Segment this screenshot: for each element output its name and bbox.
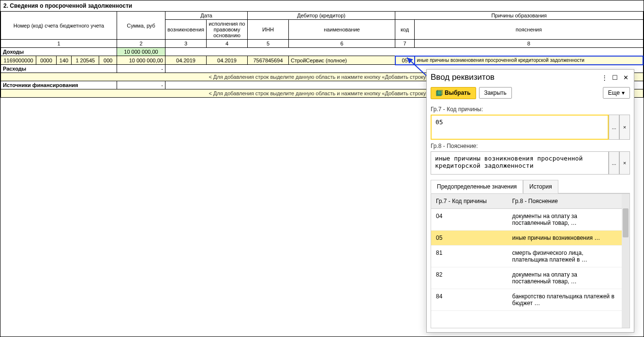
grid-desc: документы на оплату за поставленный това… [508,208,622,230]
field2-label: Гр.8 - Пояснение: [431,143,630,149]
field2-wrap: иные причины возникновения просроченной … [431,151,630,175]
header-date-group: Дата [165,12,248,20]
close-button[interactable]: Закрыть [479,87,512,99]
header-inn: ИНН [248,20,289,40]
grid-row[interactable]: 04 документы на оплату за поставленный т… [431,208,622,230]
field1-lookup-button[interactable]: ... [609,115,619,140]
more-button[interactable]: Еще ▾ [603,87,630,99]
main-container: 2. Сведения о просроченной задолженности… [0,0,644,337]
grid-row[interactable]: 82 документы на оплату за поставленный т… [431,267,622,289]
cell-acct3[interactable]: 140 [56,56,71,65]
dialog-titlebar: Ввод реквизитов ⋮ ☐ ✕ [427,70,634,85]
header-acct: Номер (код) счета бюджетного учета [1,12,117,40]
header-debtor-group: Дебитор (кредитор) [248,12,395,20]
header-n5: 5 [248,40,289,48]
dialog-title: Ввод реквизитов [431,73,598,82]
more-options-icon[interactable]: ⋮ [600,73,609,82]
grid-code: 82 [431,267,508,289]
header-reason-group: Причины образования [395,12,644,20]
values-grid[interactable]: Гр.7 - Код причины Гр.8 - Пояснение 04 д… [431,194,622,328]
cell-acct5[interactable]: 000 [99,56,117,65]
header-n3: 3 [165,40,207,48]
grid-col-desc[interactable]: Гр.8 - Пояснение [508,194,622,209]
header-n6: 6 [289,40,395,48]
cell-acct4[interactable]: 1 20545 [72,56,99,65]
section-title: 2. Сведения о просроченной задолженности [0,0,644,11]
header-n8: 8 [415,40,644,48]
cell-acct1[interactable]: 1169000000 [1,56,36,65]
close-icon[interactable]: ✕ [621,73,630,82]
cell-date1[interactable]: 04.2019 [165,56,207,65]
dialog-toolbar: Выбрать Закрыть Еще ▾ [427,85,634,103]
maximize-icon[interactable]: ☐ [611,73,619,82]
expense-label: Расходы [1,65,117,73]
explanation-input[interactable]: иные причины возникновения просроченной … [431,151,609,175]
cell-date2[interactable]: 04.2019 [207,56,248,65]
income-label: Доходы [1,48,117,56]
header-n4: 4 [207,40,248,48]
header-date-origin: возникновения [165,20,207,40]
select-button[interactable]: Выбрать [431,87,476,99]
grid-desc: смерть физического лица, плательщика пла… [508,245,622,267]
field1-label: Гр.7 - Код причины: [431,106,630,113]
scrollbar-thumb[interactable] [623,208,629,237]
income-total: 10 000 000,00 [117,48,165,56]
grid-desc: банкротство плательщика платежей в бюдже… [508,289,622,310]
grid-scrollbar[interactable] [622,194,629,328]
select-icon [436,90,443,97]
field1-clear-button[interactable]: × [619,115,630,140]
grid-code: 84 [431,289,508,310]
cell-code[interactable]: 05 [395,56,415,65]
tab-history[interactable]: История [523,180,558,193]
header-date-exec: исполнения по правовому основанию [207,20,248,40]
expense-total: - [117,65,165,73]
grid-code: 04 [431,208,508,230]
header-explain: пояснения [415,20,644,40]
sources-total: - [117,81,165,89]
row-income[interactable]: Доходы 10 000 000,00 [1,48,644,56]
cell-acct2[interactable]: 0000 [36,56,57,65]
field2-lookup-button[interactable]: ... [609,151,619,175]
dialog-requisites: Ввод реквизитов ⋮ ☐ ✕ Выбрать Закрыть Ещ… [426,69,634,333]
header-sum: Сумма, руб [117,12,165,40]
tab-predefined[interactable]: Предопределенные значения [431,180,523,193]
grid-row[interactable]: 05 иные причины возникновения … [431,230,622,245]
header-n1: 1 [1,40,117,48]
header-row-1: Номер (код) счета бюджетного учета Сумма… [1,12,644,20]
cell-sum[interactable]: 10 000 000,00 [117,56,165,65]
grid-header: Гр.7 - Код причины Гр.8 - Пояснение [431,194,622,209]
sources-label: Источники финансирования [1,81,117,89]
grid-wrap: Гр.7 - Код причины Гр.8 - Пояснение 04 д… [431,193,630,328]
data-row[interactable]: 1169000000 0000 140 1 20545 000 10 000 0… [1,56,644,65]
cell-explain[interactable]: иные причины возникновения просроченной … [415,56,644,65]
tabs: Предопределенные значения История [431,179,630,193]
header-n2: 2 [117,40,165,48]
cell-inn[interactable]: 7567845694 [248,56,289,65]
header-code: код [395,20,415,40]
header-debtor-name: наименование [289,20,395,40]
grid-col-code[interactable]: Гр.7 - Код причины [431,194,508,209]
field1-wrap: 05 ... × [431,115,630,140]
grid-desc: документы на оплату за поставленный това… [508,267,622,289]
header-n7: 7 [395,40,415,48]
grid-row[interactable]: 84 банкротство плательщика платежей в бю… [431,289,622,310]
cell-debtor[interactable]: СтройСервис (полное) [289,56,395,65]
grid-desc: иные причины возникновения … [508,230,622,245]
grid-code: 05 [431,230,508,245]
header-row-numbers: 1 2 3 4 5 6 7 8 [1,40,644,48]
reason-code-input[interactable]: 05 [431,115,609,140]
chevron-down-icon: ▾ [622,89,625,96]
dialog-body: Гр.7 - Код причины: 05 ... × Гр.8 - Пояс… [427,103,634,332]
grid-code: 81 [431,245,508,267]
grid-row[interactable]: 81 смерть физического лица, плательщика … [431,245,622,267]
field2-clear-button[interactable]: × [619,151,630,175]
